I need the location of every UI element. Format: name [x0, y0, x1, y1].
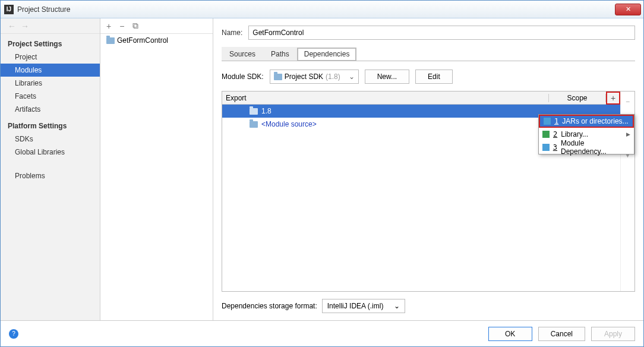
folder-icon [106, 37, 115, 44]
chevron-down-icon: ⌄ [394, 302, 400, 310]
sidebar-item-modules[interactable]: Modules [1, 64, 100, 77]
module-tree-item[interactable]: GetFormControl [100, 34, 213, 47]
tab-paths[interactable]: Paths [263, 47, 297, 61]
help-icon[interactable]: ? [9, 329, 18, 339]
folder-icon [250, 121, 258, 128]
main-panel: Name: Sources Paths Dependencies Module … [213, 18, 643, 320]
jars-icon [544, 118, 551, 125]
titlebar: IJ Project Structure ✕ [1, 1, 643, 18]
sidebar-item-facets[interactable]: Facets [1, 90, 100, 103]
popup-item-jars[interactable]: 1 JARs or directories... [539, 115, 634, 128]
folder-icon [274, 74, 282, 80]
nav-history: ← → [1, 18, 100, 34]
module-name-input[interactable] [248, 26, 635, 40]
module-icon [542, 144, 550, 151]
popup-item-module-dep[interactable]: 3 Module Dependency... [539, 141, 634, 154]
sidebar-item-artifacts[interactable]: Artifacts [1, 103, 100, 116]
copy-module-icon[interactable]: ⧉ [132, 21, 138, 31]
storage-label: Dependencies storage format: [222, 302, 317, 310]
sidebar-item-global-libraries[interactable]: Global Libraries [1, 146, 100, 159]
module-name: GetFormControl [117, 36, 168, 45]
tab-dependencies[interactable]: Dependencies [297, 48, 357, 61]
remove-module-icon[interactable]: − [119, 21, 124, 31]
apply-button[interactable]: Apply [591, 327, 635, 341]
name-label: Name: [222, 29, 242, 37]
forward-icon[interactable]: → [21, 21, 29, 31]
storage-format-select[interactable]: IntelliJ IDEA (.iml) ⌄ [322, 299, 406, 313]
minus-icon[interactable]: − [626, 97, 630, 106]
sidebar-item-problems[interactable]: Problems [1, 169, 100, 182]
tabs: Sources Paths Dependencies [222, 47, 635, 61]
sidebar-item-libraries[interactable]: Libraries [1, 77, 100, 90]
tab-sources[interactable]: Sources [222, 47, 263, 61]
submenu-arrow-icon: ▶ [626, 131, 630, 137]
add-dependency-popup: 1 JARs or directories... 2 Library... ▶ … [538, 114, 634, 154]
sidebar: ← → Project Settings Project Modules Lib… [1, 18, 100, 320]
module-sdk-select[interactable]: Project SDK (1.8) ⌄ [270, 70, 359, 84]
ok-button[interactable]: OK [488, 327, 532, 341]
sidebar-item-project[interactable]: Project [1, 51, 100, 64]
add-module-icon[interactable]: + [106, 21, 111, 31]
footer: ? OK Cancel Apply [1, 320, 643, 346]
sdk-label: Module SDK: [222, 72, 264, 81]
section-project-settings: Project Settings [1, 34, 100, 51]
section-platform-settings: Platform Settings [1, 116, 100, 133]
app-icon: IJ [4, 5, 14, 14]
add-dependency-button[interactable]: + [606, 92, 620, 105]
cancel-button[interactable]: Cancel [538, 327, 585, 341]
window-title: Project Structure [17, 5, 615, 14]
column-export[interactable]: Export [222, 94, 549, 102]
edit-sdk-button[interactable]: Edit [415, 70, 453, 84]
folder-icon [250, 108, 258, 115]
close-button[interactable]: ✕ [615, 4, 641, 15]
column-scope[interactable]: Scope [549, 94, 606, 102]
library-icon [542, 131, 550, 138]
new-sdk-button[interactable]: New... [365, 70, 409, 84]
back-icon[interactable]: ← [8, 21, 16, 31]
sidebar-item-sdks[interactable]: SDKs [1, 133, 100, 146]
module-tree-panel: + − ⧉ GetFormControl [100, 18, 213, 320]
chevron-down-icon: ⌄ [349, 72, 355, 81]
